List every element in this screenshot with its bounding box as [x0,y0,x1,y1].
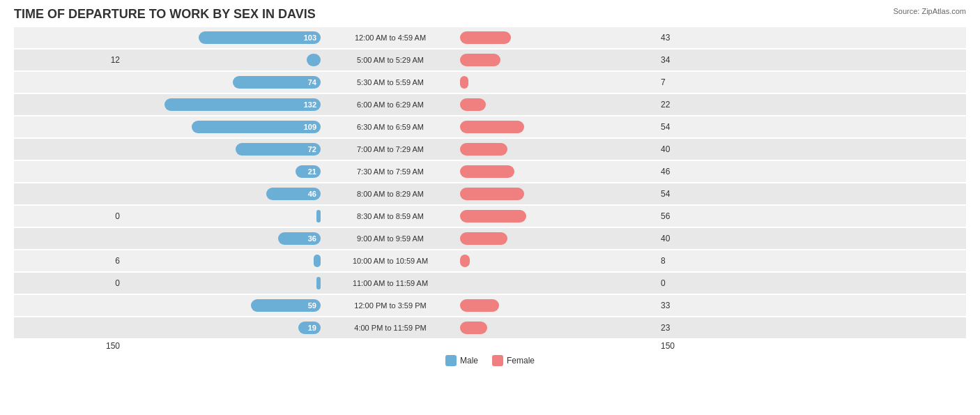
male-bar: 109 [192,121,321,133]
left-bar-container: 103 [125,31,321,44]
female-bar [460,322,487,334]
chart-row: 1326:00 AM to 6:29 AM22 [14,94,966,115]
right-value: 54 [655,122,697,132]
left-value: 0 [14,211,125,221]
chart-row: 194:00 PM to 11:59 PM23 [14,317,966,338]
chart-row: 727:00 AM to 7:29 AM40 [14,139,966,160]
female-bar [460,210,526,222]
chart-row: 011:00 AM to 11:59 AM0 [14,273,966,294]
chart-row: 745:30 AM to 5:59 AM7 [14,72,966,93]
right-value: 34 [655,55,697,65]
chart-container: TIME OF DEPARTURE TO WORK BY SEX IN DAVI… [0,0,980,415]
axis-row: 150 150 [14,341,966,351]
time-label: 11:00 AM to 11:59 AM [321,279,460,287]
axis-left-label: 150 [14,341,125,351]
right-value: 8 [655,256,697,266]
source-text: Source: ZipAtlas.com [893,7,966,15]
right-bar-container [460,277,655,289]
right-value: 43 [655,33,697,43]
right-bar-container [460,188,655,200]
chart-row: 125:00 AM to 5:29 AM34 [14,50,966,70]
left-bar-container: 109 [125,121,321,133]
right-value: 22 [655,100,697,110]
female-bar [460,98,486,111]
right-value: 7 [655,77,697,87]
time-label: 6:30 AM to 6:59 AM [321,123,460,131]
right-value: 23 [655,323,697,333]
left-bar-container: 21 [125,165,321,178]
right-bar-container [460,255,655,267]
male-bar: 36 [278,232,321,245]
right-bar-container [460,98,655,111]
legend-male-label: Male [460,356,478,365]
right-value: 54 [655,189,697,199]
chart-row: 369:00 AM to 9:59 AM40 [14,228,966,249]
female-bar [460,232,507,245]
right-bar-container [460,143,655,156]
time-label: 7:00 AM to 7:29 AM [321,145,460,153]
right-bar-container [460,31,655,44]
time-label: 4:00 PM to 11:59 PM [321,324,460,332]
male-bar [307,54,321,66]
right-bar-container [460,54,655,66]
female-bar [460,31,511,44]
right-value: 56 [655,211,697,221]
female-bar [460,54,500,66]
male-bar: 103 [199,31,321,44]
female-bar [460,188,524,200]
legend-female: Female [492,355,535,366]
left-bar-container: 19 [125,322,321,334]
female-bar [460,143,507,156]
time-label: 6:00 AM to 6:29 AM [321,100,460,109]
male-bar: 21 [296,165,321,178]
female-bar [460,165,514,178]
left-bar-container: 59 [125,299,321,312]
time-label: 9:00 AM to 9:59 AM [321,234,460,243]
axis-right-label: 150 [655,341,675,351]
right-bar-container [460,322,655,334]
time-label: 8:30 AM to 8:59 AM [321,212,460,220]
right-value: 40 [655,234,697,243]
male-bar: 74 [233,76,321,89]
right-bar-container [460,232,655,245]
male-bar: 72 [236,143,321,156]
time-label: 7:30 AM to 7:59 AM [321,167,460,176]
chart-area: 10312:00 AM to 4:59 AM43125:00 AM to 5:2… [14,27,966,338]
time-label: 5:30 AM to 5:59 AM [321,78,460,86]
female-bar [460,121,524,133]
time-label: 5:00 AM to 5:29 AM [321,56,460,64]
right-value: 33 [655,301,697,310]
right-bar-container [460,210,655,222]
chart-row: 5912:00 PM to 3:59 PM33 [14,295,966,316]
male-bar [314,255,321,267]
left-bar-container [125,54,321,66]
female-bar [460,255,470,267]
chart-row: 468:00 AM to 8:29 AM54 [14,183,966,204]
left-bar-container: 74 [125,76,321,89]
chart-row: 08:30 AM to 8:59 AM56 [14,206,966,227]
right-value: 0 [655,278,697,288]
chart-row: 217:30 AM to 7:59 AM46 [14,161,966,182]
left-bar-container: 46 [125,188,321,200]
left-bar-container [125,210,321,222]
legend-male-box [445,355,457,366]
left-bar-container [125,277,321,289]
right-bar-container [460,165,655,178]
male-bar: 19 [298,322,321,334]
legend-male: Male [445,355,478,366]
chart-row: 610:00 AM to 10:59 AM8 [14,250,966,271]
time-label: 10:00 AM to 10:59 AM [321,257,460,265]
legend-female-label: Female [507,356,535,365]
time-label: 8:00 AM to 8:29 AM [321,190,460,198]
right-bar-container [460,299,655,312]
left-value: 6 [14,256,125,266]
female-bar [460,299,499,312]
chart-title: TIME OF DEPARTURE TO WORK BY SEX IN DAVI… [14,7,966,22]
female-bar [460,76,468,89]
male-bar: 132 [164,98,321,111]
chart-row: 10312:00 AM to 4:59 AM43 [14,27,966,48]
right-value: 40 [655,144,697,154]
male-bar: 46 [266,188,321,200]
legend: Male Female [14,355,966,366]
legend-female-box [492,355,503,366]
